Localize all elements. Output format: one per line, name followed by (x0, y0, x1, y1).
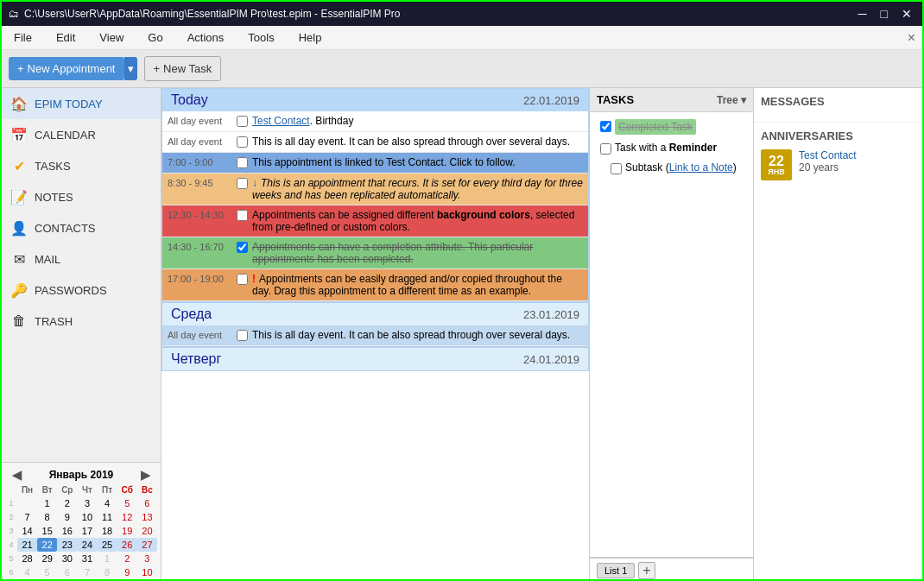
anniversary-badge: 22 ЯНВ (761, 149, 792, 180)
list-button[interactable]: List 1 (597, 563, 635, 578)
task-subtask-checkbox[interactable] (611, 163, 622, 174)
mini-cal-day[interactable]: 16 (57, 524, 77, 538)
event-link[interactable]: Test Contact (252, 115, 310, 127)
mini-cal-day[interactable]: 5 (37, 565, 57, 579)
sidebar-item-calendar[interactable]: 📅 CALENDAR (2, 119, 161, 150)
new-appointment-dropdown[interactable]: ▾ (124, 57, 137, 80)
mini-cal-day[interactable]: 17 (77, 524, 97, 538)
mini-cal-day[interactable]: 15 (37, 524, 57, 538)
mini-cal-day[interactable]: 26 (117, 538, 137, 552)
mini-cal-day[interactable]: 20 (137, 524, 157, 538)
mini-cal-day[interactable]: 1 (98, 552, 117, 565)
day-block: Четверг24.01.2019 (161, 347, 589, 371)
new-task-button[interactable]: + New Task (144, 56, 222, 81)
menu-help[interactable]: Help (294, 28, 327, 47)
mini-cal-day[interactable]: 21 (17, 538, 37, 552)
mini-cal-day[interactable]: 30 (57, 552, 77, 565)
weekday-sat: Сб (117, 483, 137, 496)
mini-cal-day[interactable]: 10 (77, 510, 97, 524)
subtask-link[interactable]: Link to a Note (669, 161, 733, 174)
event-checkbox[interactable] (237, 210, 248, 221)
day-name: Today (171, 92, 208, 108)
menu-actions[interactable]: Actions (182, 28, 230, 47)
mini-cal-day[interactable]: 8 (98, 565, 117, 579)
menu-close[interactable]: × (908, 30, 915, 46)
new-appointment-button[interactable]: + New Appointment (9, 57, 124, 80)
week-col (5, 483, 17, 496)
mini-cal-day[interactable]: 13 (137, 510, 157, 524)
mini-cal-day[interactable]: 31 (77, 552, 97, 565)
mini-cal-day[interactable]: 25 (98, 538, 117, 552)
event-checkbox[interactable] (237, 242, 248, 253)
tasks-view-selector[interactable]: Tree ▾ (717, 94, 746, 106)
sidebar-item-contacts[interactable]: 👤 CONTACTS (2, 212, 161, 243)
menu-file[interactable]: File (9, 28, 37, 47)
mini-cal-day[interactable]: 23 (57, 538, 77, 552)
mini-cal-day[interactable]: 12 (117, 510, 137, 524)
mini-cal-day[interactable]: 7 (17, 510, 37, 524)
sidebar-item-passwords[interactable]: 🔑 PASSWORDS (2, 275, 161, 306)
mini-cal-day[interactable]: 4 (17, 565, 37, 579)
sidebar-item-tasks[interactable]: ✔ TASKS (2, 150, 161, 181)
event-time: All day event (168, 327, 237, 340)
mini-cal-day[interactable]: 7 (77, 565, 97, 579)
sidebar-item-epim-today[interactable]: 🏠 EPIM TODAY (2, 88, 161, 119)
event-time: All day event (168, 113, 237, 126)
mini-cal-day[interactable]: 9 (117, 565, 137, 579)
minimize-button[interactable]: ─ (855, 7, 870, 21)
mini-cal-day[interactable]: 5 (117, 496, 137, 510)
mini-cal-day[interactable]: 2 (57, 496, 77, 510)
prev-month-button[interactable]: ◀ (9, 468, 25, 482)
next-month-button[interactable]: ▶ (137, 468, 154, 482)
task-subtask-label: Subtask (Link to a Note) (625, 161, 737, 174)
anniversary-name[interactable]: Test Contact (799, 149, 857, 161)
maximize-button[interactable]: □ (877, 7, 891, 21)
sidebar-label-tasks: TASKS (35, 160, 71, 173)
mini-cal-day[interactable]: 2 (117, 552, 137, 565)
event-checkbox[interactable] (237, 274, 248, 285)
menu-tools[interactable]: Tools (243, 28, 279, 47)
mini-cal-day[interactable]: 27 (137, 538, 157, 552)
mini-cal-day[interactable]: 9 (57, 510, 77, 524)
event-checkbox[interactable] (237, 116, 248, 127)
mini-cal-day[interactable]: 19 (117, 524, 137, 538)
sidebar-item-notes[interactable]: 📝 NOTES (2, 181, 161, 212)
mini-cal-day[interactable]: 10 (137, 565, 157, 579)
event-checkbox[interactable] (237, 136, 248, 148)
mini-cal-day[interactable]: 3 (77, 496, 97, 510)
menu-edit[interactable]: Edit (51, 28, 80, 47)
task-reminder-checkbox[interactable] (600, 143, 611, 155)
menu-go[interactable]: Go (142, 28, 168, 47)
calendar-area: Today22.01.2019All day eventTest Contact… (161, 88, 590, 581)
mini-cal-day[interactable]: 29 (37, 552, 57, 565)
mini-cal-day[interactable]: 24 (77, 538, 97, 552)
event-content: ↓This is an appointment that recurs. It … (252, 175, 583, 203)
sidebar-label-mail: MAIL (35, 253, 60, 266)
sidebar-label-notes: NOTES (35, 191, 73, 204)
mini-cal-day[interactable]: 22 (37, 538, 57, 552)
notes-icon: 📝 (10, 188, 28, 205)
task-completed-checkbox[interactable] (600, 121, 611, 132)
event-checkbox[interactable] (237, 157, 248, 168)
mini-cal-day[interactable]: 14 (17, 524, 37, 538)
mini-cal-day[interactable]: 1 (37, 496, 57, 510)
add-list-button[interactable]: + (638, 562, 655, 579)
mini-cal-day[interactable] (17, 496, 37, 510)
menu-view[interactable]: View (94, 28, 129, 47)
mini-cal-day[interactable]: 6 (57, 565, 77, 579)
mini-cal-day[interactable]: 6 (137, 496, 157, 510)
event-checkbox[interactable] (237, 330, 248, 341)
mini-cal-day[interactable]: 4 (98, 496, 117, 510)
sidebar-item-trash[interactable]: 🗑 TRASH (2, 306, 161, 337)
menu-bar: File Edit View Go Actions Tools Help × (2, 26, 922, 50)
close-button[interactable]: ✕ (898, 7, 915, 21)
mini-cal-day[interactable]: 18 (98, 524, 117, 538)
sidebar-item-mail[interactable]: ✉ MAIL (2, 243, 161, 275)
event-row: 14:30 - 16:70Appointments can have a com… (162, 237, 588, 269)
mini-cal-day[interactable]: 11 (98, 510, 117, 524)
event-checkbox[interactable] (237, 178, 248, 189)
mini-cal-day[interactable]: 28 (17, 552, 37, 565)
calendar-icon: 📅 (10, 126, 28, 143)
mini-cal-day[interactable]: 3 (137, 552, 157, 565)
mini-cal-day[interactable]: 8 (37, 510, 57, 524)
